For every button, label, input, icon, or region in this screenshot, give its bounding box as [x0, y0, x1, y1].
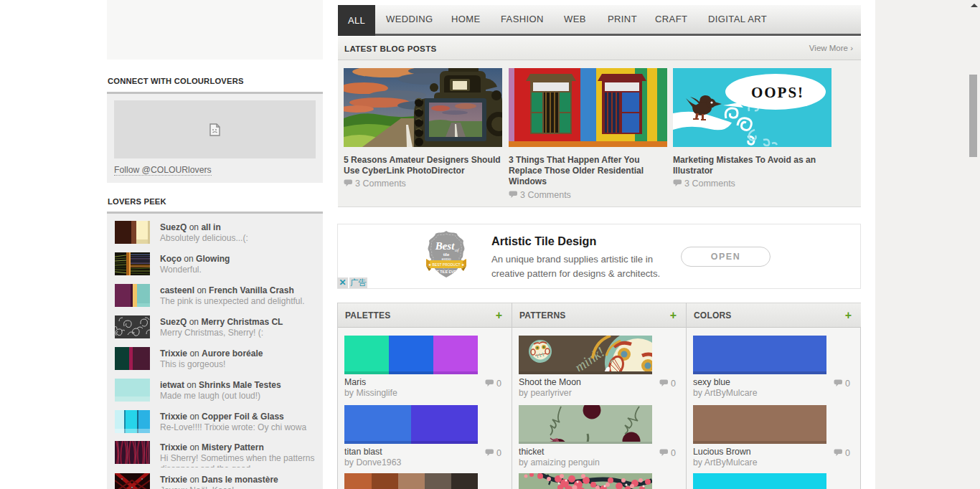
- svg-text:★ BEST PRODUCT ★: ★ BEST PRODUCT ★: [428, 262, 465, 267]
- svg-text:OOPS!: OOPS!: [751, 84, 804, 101]
- svg-text:2017: 2017: [440, 244, 447, 248]
- svg-text:THE TILE EVENT: THE TILE EVENT: [432, 270, 461, 274]
